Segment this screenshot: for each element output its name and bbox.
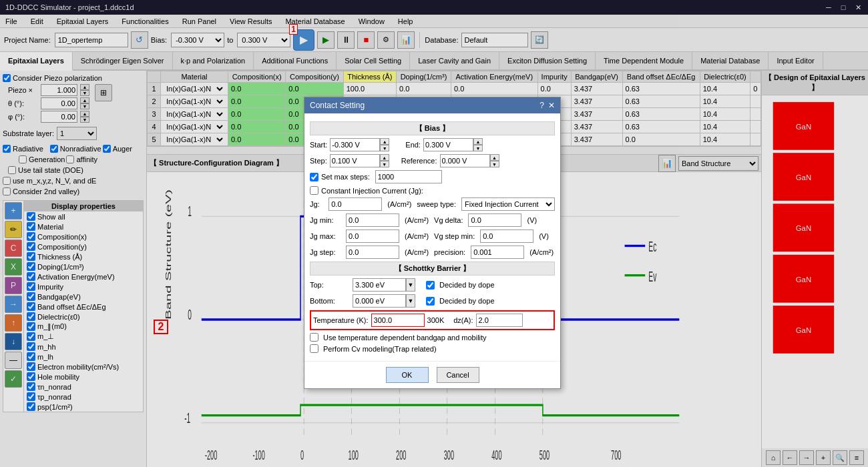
temp-label: Temperature (K): <box>313 316 369 324</box>
top-label: Top: <box>310 281 350 289</box>
jg-input[interactable] <box>329 197 382 211</box>
bottom-decided-label: Decided by dope <box>439 297 495 305</box>
step-spinbox: ▲ ▼ <box>330 154 389 167</box>
max-steps-label: Set max steps: <box>321 173 370 181</box>
max-steps-input[interactable] <box>375 170 442 183</box>
vg-delta-label: Vg delta: <box>434 216 463 224</box>
dialog-help-btn[interactable]: ? <box>539 101 544 110</box>
start-end-row: Start: ▲ ▼ End: ▲ ▼ <box>310 138 555 151</box>
contact-setting-dialog: Contact Setting ? ✕ 【 Bias 】 Start: ▲ ▼ … <box>304 97 561 389</box>
dialog-body: 【 Bias 】 Start: ▲ ▼ End: ▲ ▼ <box>304 113 560 361</box>
temperature-row: Temperature (K): 300K dz(A): <box>310 310 555 330</box>
step-down-btn[interactable]: ▼ <box>380 161 389 167</box>
vg-delta-input[interactable] <box>468 213 521 227</box>
jg-min-unit: (A/cm²) <box>405 216 429 224</box>
top-dropdown-btn[interactable]: ▼ <box>406 278 415 292</box>
top-input-wrapper: ▼ <box>353 278 415 292</box>
dialog-title-btns: ? ✕ <box>539 101 555 110</box>
dialog-titlebar: Contact Setting ? ✕ <box>304 97 560 113</box>
jg-step-row: Jg step: (A/cm²) precision: (A/cm²) <box>310 246 555 259</box>
start-label: Start: <box>310 141 327 149</box>
top-input[interactable] <box>353 278 406 292</box>
temp-k-label: 300K <box>427 316 445 324</box>
jg-max-label: Jg max: <box>310 232 343 240</box>
end-down-btn[interactable]: ▼ <box>473 145 483 151</box>
dz-input[interactable] <box>476 314 523 327</box>
end-label: End: <box>405 141 421 149</box>
precision-unit: (A/cm²) <box>529 248 554 256</box>
sweep-type-select[interactable]: Fixed Injection Current Variable Injecti… <box>461 197 555 211</box>
jg-max-row: Jg max: (A/cm²) Vg step min: (V) <box>310 229 555 243</box>
jg-max-unit: (A/cm²) <box>405 232 429 240</box>
step-ref-row: Step: ▲ ▼ Reference: ▲ ▼ <box>310 154 555 167</box>
ref-spinbox-btns: ▲ ▼ <box>490 154 499 167</box>
bottom-row: Bottom: ▼ Decided by dope <box>310 294 555 308</box>
ref-up-btn[interactable]: ▲ <box>490 154 499 161</box>
step-label: Step: <box>310 157 327 165</box>
top-decided-label: Decided by dope <box>439 281 495 289</box>
use-temp-row: Use temperature dependent bandgap and mo… <box>310 333 555 342</box>
jg-step-label: Jg step: <box>310 248 343 256</box>
use-temp-label: Use temperature dependent bandgap and mo… <box>323 334 487 342</box>
end-spinbox: ▲ ▼ <box>423 138 483 151</box>
ok-button[interactable]: OK <box>386 367 429 383</box>
dialog-title: Contact Setting <box>310 101 365 110</box>
const-injection-label: Constant Injection Current (Jg): <box>321 187 423 195</box>
perform-cv-row: Perform Cv modeling(Trap related) <box>310 344 555 353</box>
step-input[interactable] <box>330 154 380 167</box>
reference-label: Reference: <box>401 157 437 165</box>
end-input[interactable] <box>423 138 473 151</box>
ref-down-btn[interactable]: ▼ <box>490 161 499 167</box>
vg-step-min-label: Vg step min: <box>434 232 475 240</box>
end-spinbox-btns: ▲ ▼ <box>473 138 483 151</box>
step-spinbox-btns: ▲ ▼ <box>380 154 389 167</box>
top-row: Top: ▼ Decided by dope <box>310 278 555 292</box>
jg-step-unit: (A/cm²) <box>405 248 429 256</box>
jg-min-row: Jg min: (A/cm²) Vg delta: (V) <box>310 213 555 227</box>
start-input[interactable] <box>330 138 380 151</box>
perform-cv-label: Perform Cv modeling(Trap related) <box>323 345 437 353</box>
start-up-btn[interactable]: ▲ <box>380 138 389 145</box>
max-steps-row: Set max steps: <box>310 170 555 183</box>
start-down-btn[interactable]: ▼ <box>380 145 389 151</box>
ref-spinbox: ▲ ▼ <box>440 154 499 167</box>
sweep-label: sweep type: <box>417 200 456 208</box>
const-injection-checkbox[interactable] <box>310 186 318 195</box>
const-injection-row: Constant Injection Current (Jg): <box>310 186 555 195</box>
bottom-label: Bottom: <box>310 297 350 305</box>
jg-max-input[interactable] <box>346 229 399 243</box>
bottom-input-wrapper: ▼ <box>353 294 415 308</box>
jg-label: Jg: <box>310 200 326 208</box>
max-steps-checkbox[interactable] <box>310 173 318 181</box>
vg-step-min-unit: (V) <box>539 232 549 240</box>
jg-min-input[interactable] <box>346 213 399 227</box>
dialog-close-btn[interactable]: ✕ <box>548 101 555 110</box>
use-temp-checkbox[interactable] <box>310 333 318 342</box>
precision-input[interactable] <box>471 246 524 259</box>
reference-input[interactable] <box>440 154 490 167</box>
bias-section-header: 【 Bias 】 <box>310 121 555 135</box>
start-spinbox-btns: ▲ ▼ <box>380 138 389 151</box>
step-up-btn[interactable]: ▲ <box>380 154 389 161</box>
dialog-overlay: Contact Setting ? ✕ 【 Bias 】 Start: ▲ ▼ … <box>0 0 868 467</box>
end-up-btn[interactable]: ▲ <box>473 138 483 145</box>
dz-label: dz(A): <box>453 316 473 324</box>
perform-cv-checkbox[interactable] <box>310 344 318 353</box>
bottom-input[interactable] <box>353 294 406 308</box>
schottky-section-header: 【 Schottky Barrier 】 <box>310 262 555 276</box>
start-spinbox: ▲ ▼ <box>330 138 389 151</box>
jg-step-input[interactable] <box>346 246 399 259</box>
jg-min-label: Jg min: <box>310 216 343 224</box>
jg-row: Jg: (A/cm²) sweep type: Fixed Injection … <box>310 197 555 211</box>
temperature-input[interactable] <box>371 314 425 327</box>
top-decided-checkbox[interactable] <box>426 281 435 290</box>
precision-label: precision: <box>434 248 465 256</box>
jg-unit: (A/cm²) <box>387 200 411 208</box>
vg-delta-unit: (V) <box>527 216 537 224</box>
vg-step-min-input[interactable] <box>480 229 533 243</box>
bottom-dropdown-btn[interactable]: ▼ <box>406 294 415 308</box>
dialog-footer: OK Cancel <box>304 361 560 388</box>
cancel-button[interactable]: Cancel <box>437 367 479 383</box>
bottom-decided-checkbox[interactable] <box>426 297 435 306</box>
